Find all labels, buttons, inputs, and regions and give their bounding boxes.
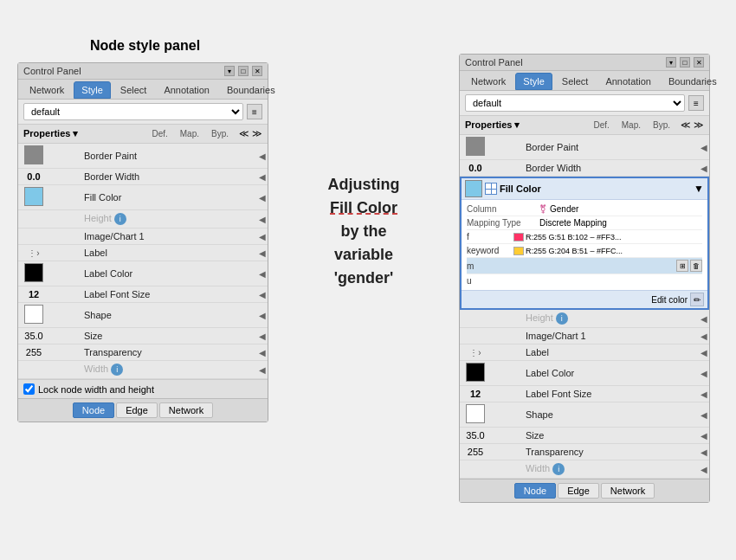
left-toolbar: default ≡ xyxy=(18,100,268,125)
prop-row-label-size-right: 12 Label Font Size ◀ xyxy=(460,386,709,402)
center-annotation: Adjusting Fill Color by the variable 'ge… xyxy=(286,173,442,290)
entry-color-f: R:255 G:51 B:102 – #FF3... xyxy=(526,233,622,241)
mapping-type-label: Mapping Type xyxy=(467,218,536,228)
mapping-entry-keyword: keyword R:255 G:204 B:51 – #FFC... xyxy=(467,244,702,258)
expand-all-right[interactable]: ≫ xyxy=(694,119,704,131)
prop-row-border-width-right: 0.0 Border Width ◀ xyxy=(460,160,709,177)
right-style-select[interactable]: default xyxy=(465,94,685,112)
col-map-right: Map. xyxy=(622,120,641,130)
fill-color-header-row: Fill Color ▼ xyxy=(462,178,707,200)
collapse-all-left[interactable]: ≪ xyxy=(239,128,249,139)
entry-color-keyword: R:255 G:204 B:51 – #FFC... xyxy=(526,247,623,255)
expand-all-left[interactable]: ≫ xyxy=(252,128,262,139)
prop-row-width-left: Width i ◀ xyxy=(18,361,268,379)
fill-color-dropdown-arrow[interactable]: ▼ xyxy=(694,183,704,195)
prop-row-label-color-left: Label Color ◀ xyxy=(18,261,268,286)
left-panel-title: Control Panel xyxy=(23,66,81,76)
fill-color-label: Fill Color xyxy=(500,183,691,194)
col-byp-right: Byp. xyxy=(653,120,670,130)
col-def-left: Def. xyxy=(152,129,167,138)
mapping-type-row: Mapping Type Discrete Mapping xyxy=(467,216,702,230)
annotation-line2: Fill Color xyxy=(330,199,397,216)
right-menu-btn[interactable]: ≡ xyxy=(688,95,704,111)
right-properties-table-top: Border Paint ◀ 0.0 Border Width ◀ xyxy=(460,135,709,177)
left-panel-titlebar: Control Panel ▾ □ ✕ xyxy=(18,63,268,80)
page-title: Node style panel xyxy=(17,26,273,62)
tab-boundaries-left[interactable]: Boundaries xyxy=(219,81,283,99)
footer-tab-network-left[interactable]: Network xyxy=(159,402,213,418)
right-properties-title: Properties ▾ xyxy=(465,119,520,131)
right-footer-tabs: Node Edge Network xyxy=(460,479,709,502)
left-footer-tabs: Node Edge Network xyxy=(18,398,268,422)
minimize-btn[interactable]: ▾ xyxy=(224,66,235,76)
left-panel-tabs: Network Style Select Annotation Boundari… xyxy=(18,80,268,100)
footer-tab-network-right[interactable]: Network xyxy=(601,483,655,499)
prop-row-image-left: Image/Chart 1 ◀ xyxy=(18,229,268,245)
mapping-type-value: Discrete Mapping xyxy=(539,218,607,228)
mapping-entry-m: m ⊞ 🗑 xyxy=(467,258,702,274)
right-control-panel: Control Panel ▾ □ ✕ Network Style Select… xyxy=(459,54,710,503)
maximize-btn[interactable]: □ xyxy=(238,66,249,76)
prop-row-width-right: Width i ◀ xyxy=(460,460,709,479)
col-def-right: Def. xyxy=(593,120,609,130)
lock-checkbox-left[interactable] xyxy=(23,383,35,395)
tab-boundaries-right[interactable]: Boundaries xyxy=(661,73,725,90)
prop-row-label-size-left: 12 Label Font Size ◀ xyxy=(18,286,268,303)
close-btn-right[interactable]: ✕ xyxy=(694,57,704,68)
annotation-line4: variable xyxy=(334,246,393,263)
prop-row-transparency-right: 255 Transparency ◀ xyxy=(460,444,709,460)
close-btn[interactable]: ✕ xyxy=(252,66,262,76)
right-panel-titlebar: Control Panel ▾ □ ✕ xyxy=(460,55,709,71)
prop-row-shape-left: Shape ◀ xyxy=(18,303,268,328)
prop-row-image-right: Image/Chart 1 ◀ xyxy=(460,328,709,344)
tab-style-right[interactable]: Style xyxy=(515,73,552,90)
prop-row-fill-color-left: Fill Color ◀ xyxy=(18,185,268,210)
left-properties-header: Properties ▾ Def. Map. Byp. ≪ ≫ xyxy=(18,125,268,144)
left-menu-btn[interactable]: ≡ xyxy=(247,104,262,119)
entry-m-icons: ⊞ 🗑 xyxy=(676,260,702,272)
left-properties-title: Properties ▾ xyxy=(23,128,78,139)
entry-key-m: m xyxy=(467,261,510,271)
edit-color-row: Edit color ✏ xyxy=(462,291,707,308)
mapping-col-row: Column ⚧ Gender xyxy=(467,203,702,216)
col-map-left: Map. xyxy=(180,129,199,138)
collapse-all-right[interactable]: ≪ xyxy=(681,119,691,131)
prop-row-border-width-left: 0.0 Border Width ◀ xyxy=(18,169,268,185)
fill-color-expanded: Fill Color ▼ Column ⚧ Gender Mapping Typ… xyxy=(460,177,709,310)
prop-row-height-left: Height i ◀ xyxy=(18,210,268,229)
edit-color-btn[interactable]: ✏ xyxy=(690,293,704,306)
prop-row-border-paint-right: Border Paint ◀ xyxy=(460,135,709,160)
right-panel-title: Control Panel xyxy=(465,57,523,68)
tab-select-left[interactable]: Select xyxy=(113,81,155,99)
left-style-select[interactable]: default xyxy=(23,103,243,120)
tab-select-right[interactable]: Select xyxy=(554,73,597,90)
tab-network-left[interactable]: Network xyxy=(22,81,72,99)
tab-style-left[interactable]: Style xyxy=(74,81,110,99)
annotation-line1: Adjusting xyxy=(328,176,400,193)
prop-row-border-paint-left: Border Paint ◀ xyxy=(18,144,268,169)
tab-network-right[interactable]: Network xyxy=(463,73,513,90)
mapping-entry-u: u xyxy=(467,274,702,287)
entry-key-f: f xyxy=(467,232,510,241)
footer-tab-node-right[interactable]: Node xyxy=(514,483,556,499)
prop-row-label-color-right: Label Color ◀ xyxy=(460,361,709,386)
tab-annotation-right[interactable]: Annotation xyxy=(597,73,659,90)
column-label: Column xyxy=(467,204,536,214)
footer-tab-node-left[interactable]: Node xyxy=(73,402,114,418)
minimize-btn-right[interactable]: ▾ xyxy=(666,57,676,68)
annotation-line3: by the xyxy=(340,222,386,240)
entry-key-u: u xyxy=(467,276,510,286)
right-toolbar: default ≡ xyxy=(460,91,709,116)
maximize-btn-right[interactable]: □ xyxy=(680,57,690,68)
footer-tab-edge-left[interactable]: Edge xyxy=(116,402,158,418)
footer-tab-edge-right[interactable]: Edge xyxy=(558,483,599,499)
entry-key-keyword: keyword xyxy=(467,246,510,255)
right-properties-table-bottom: Height i ◀ Image/Chart 1 ◀ ⋮› Label ◀ xyxy=(460,310,709,479)
right-properties-header: Properties ▾ Def. Map. Byp. ≪ ≫ xyxy=(460,116,709,135)
prop-row-transparency-left: 255 Transparency ◀ xyxy=(18,344,268,361)
tab-annotation-left[interactable]: Annotation xyxy=(156,81,217,99)
annotation-line5: 'gender' xyxy=(334,269,394,286)
prop-row-label-right: ⋮› Label ◀ xyxy=(460,344,709,361)
prop-row-label-left: ⋮› Label ◀ xyxy=(18,245,268,261)
column-value: Gender xyxy=(550,204,578,214)
